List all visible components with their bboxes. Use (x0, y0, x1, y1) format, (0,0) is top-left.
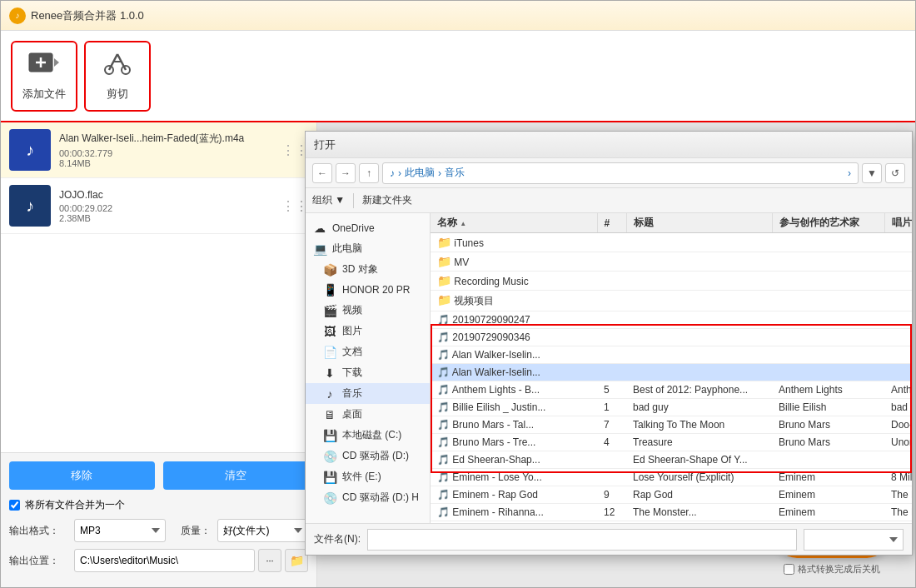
table-row[interactable]: 📁 Recording Music (431, 272, 912, 291)
nav-item-downloads[interactable]: ⬇ 下载 (306, 362, 430, 383)
remove-button[interactable]: 移除 (9, 461, 155, 490)
view-dropdown-button[interactable]: ▼ (862, 163, 882, 183)
table-row[interactable]: 🎵 Bruno Mars - Tal... 7Talking To The Mo… (431, 416, 912, 434)
file-duration: 00:00:32.779 (59, 148, 275, 158)
nav-item-edrive[interactable]: 💾 软件 (E:) (306, 466, 430, 487)
file-duration: 00:00:29.022 (59, 203, 275, 213)
path-sep3: › (848, 167, 851, 179)
app-icon: ♪ (9, 7, 26, 24)
nav-item-cdrive[interactable]: 💾 本地磁盘 (C:) (306, 425, 430, 446)
file-table: 名称 ▲ # 标题 参与创作的艺术家 唱片集 📁 iTunes (431, 213, 912, 521)
clear-button[interactable]: 清空 (163, 461, 309, 490)
divider (353, 193, 354, 208)
nav-item-onedrive[interactable]: ☁ OneDrive (306, 218, 430, 238)
breadcrumb-pc[interactable]: 此电脑 (405, 166, 435, 180)
organize-button[interactable]: 组织 ▼ (312, 193, 345, 207)
cloud-icon: ☁ (312, 222, 327, 235)
merge-checkbox[interactable] (9, 500, 20, 511)
col-title[interactable]: 标题 (626, 213, 772, 233)
svg-marker-3 (54, 58, 59, 67)
file-thumbnail: ♪ (9, 129, 51, 171)
new-folder-button[interactable]: 新建文件夹 (362, 193, 412, 207)
nav-forward-button[interactable]: → (336, 163, 356, 183)
filetype-select[interactable] (804, 529, 904, 551)
table-row[interactable]: 🎵 Eminem - Rihanna... 12The Monster...Em… (431, 504, 912, 521)
table-row[interactable]: 🎵 Alan Walker-Iselin... (431, 364, 912, 381)
dialog-body: ☁ OneDrive 💻 此电脑 📦 3D 对象 📱 HONOR 20 PR (306, 213, 912, 523)
col-album[interactable]: 唱片集 (884, 213, 912, 233)
path-sep: › (398, 167, 401, 179)
output-label: 输出位置： (9, 554, 67, 568)
table-row[interactable]: 📁 iTunes (431, 233, 912, 252)
table-row[interactable]: 🎵 Ed Sheeran-Shap... Ed Sheeran-Shape Of… (431, 451, 912, 469)
table-row[interactable]: 📁 MV (431, 252, 912, 272)
col-num[interactable]: # (597, 213, 626, 233)
add-file-label: 添加文件 (22, 87, 66, 102)
shutdown-checkbox[interactable] (784, 564, 794, 575)
format-select[interactable]: MP3 (74, 519, 166, 542)
col-artist[interactable]: 参与创作的艺术家 (772, 213, 884, 233)
table-row[interactable]: 📁 视频项目 (431, 291, 912, 311)
nav-item-music[interactable]: ♪ 音乐 (306, 383, 430, 404)
toolbar: 添加文件 剪切 (1, 31, 915, 122)
computer-icon: 💻 (312, 242, 327, 256)
dialog-file-list[interactable]: 名称 ▲ # 标题 参与创作的艺术家 唱片集 📁 iTunes (431, 213, 912, 523)
nav-item-video[interactable]: 🎬 视频 (306, 300, 430, 321)
refresh-button[interactable]: ↺ (885, 163, 905, 183)
path-breadcrumb: ♪ › 此电脑 › 音乐 › (382, 162, 859, 184)
dialog-title-bar: 打开 (306, 132, 912, 158)
nav-tree: ☁ OneDrive 💻 此电脑 📦 3D 对象 📱 HONOR 20 PR (306, 213, 431, 523)
table-row[interactable]: 🎵 Anthem Lights - B... 5Best of 2012: Pa… (431, 381, 912, 399)
bottom-controls: 移除 清空 将所有文件合并为一个 输出格式： MP3 质量： 好(文件大) (1, 452, 316, 587)
breadcrumb-icon: ♪ (390, 167, 395, 179)
nav-item-ddrive2[interactable]: 💿 CD 驱动器 (D:) H (306, 487, 430, 508)
filename-input[interactable] (367, 529, 797, 551)
add-file-icon (27, 50, 61, 83)
path-sep2: › (438, 167, 441, 179)
list-item[interactable]: ♪ JOJO.flac 00:00:29.022 2.38MB ⋮⋮ (1, 178, 316, 234)
file-dialog: 打开 ← → ↑ ♪ › 此电脑 › 音乐 › ▼ ↺ (305, 131, 913, 556)
file-size: 8.14MB (59, 158, 275, 168)
nav-item-3d[interactable]: 📦 3D 对象 (306, 259, 430, 280)
file-name: Alan Walker-Iseli...heim-Faded(蓝光).m4a (59, 132, 275, 146)
cut-button[interactable]: 剪切 (84, 41, 151, 112)
breadcrumb-music[interactable]: 音乐 (445, 166, 465, 180)
cd-icon: 💿 (322, 450, 337, 463)
add-file-button[interactable]: 添加文件 (11, 41, 77, 112)
nav-item-docs[interactable]: 📄 文档 (306, 341, 430, 362)
phone-icon: 📱 (322, 283, 337, 296)
file-list[interactable]: ♪ Alan Walker-Iseli...heim-Faded(蓝光).m4a… (1, 122, 316, 452)
table-row[interactable]: 🎵 Alan Walker-Iselin... (431, 346, 912, 364)
nav-up-button[interactable]: ↑ (359, 163, 379, 183)
cut-icon (102, 50, 133, 83)
nav-item-pictures[interactable]: 🖼 图片 (306, 321, 430, 341)
merge-label: 将所有文件合并为一个 (25, 498, 125, 512)
nav-item-ddrive[interactable]: 💿 CD 驱动器 (D:) (306, 446, 430, 466)
left-panel: ♪ Alan Walker-Iseli...heim-Faded(蓝光).m4a… (1, 122, 317, 587)
cut-label: 剪切 (107, 87, 128, 102)
hdd-icon: 💾 (322, 429, 337, 442)
table-row[interactable]: 🎵 20190729090247 (431, 311, 912, 329)
table-row[interactable]: 🎵 Bruno Mars - Tre... 4TreasureBruno Mar… (431, 434, 912, 451)
table-row[interactable]: 🎵 Billie Eilish _ Justin... 1bad guyBill… (431, 399, 912, 416)
nav-back-button[interactable]: ← (312, 163, 332, 183)
output-path-input[interactable]: C:\Users\editor\Music\ (74, 549, 255, 572)
nav-item-honor[interactable]: 📱 HONOR 20 PR (306, 280, 430, 300)
col-name[interactable]: 名称 ▲ (431, 213, 597, 233)
table-row[interactable]: 🎵 20190729090346 (431, 329, 912, 346)
nav-item-desktop[interactable]: 🖥 桌面 (306, 404, 430, 425)
desktop-icon: 🖥 (322, 408, 337, 421)
music-nav-icon: ♪ (322, 387, 337, 401)
browse-dots-button[interactable]: ··· (258, 549, 281, 572)
table-row[interactable]: 🎵 Eminem - Lose Yo... Lose Yourself (Exp… (431, 469, 912, 486)
dialog-toolbar: ← → ↑ ♪ › 此电脑 › 音乐 › ▼ ↺ (306, 158, 912, 188)
list-item[interactable]: ♪ Alan Walker-Iseli...heim-Faded(蓝光).m4a… (1, 122, 316, 178)
download-icon: ⬇ (322, 366, 337, 380)
file-info: JOJO.flac 00:00:29.022 2.38MB (59, 189, 275, 223)
file-info: Alan Walker-Iseli...heim-Faded(蓝光).m4a 0… (59, 132, 275, 168)
table-row[interactable]: 🎵 Eminem - Rap God 9Rap GodEminemThe Mar… (431, 486, 912, 504)
quality-label: 质量： (181, 524, 211, 538)
nav-item-thispc[interactable]: 💻 此电脑 (306, 238, 430, 259)
quality-select[interactable]: 好(文件大) (217, 519, 309, 542)
app-title: Renee音频合并器 1.0.0 (31, 8, 144, 23)
